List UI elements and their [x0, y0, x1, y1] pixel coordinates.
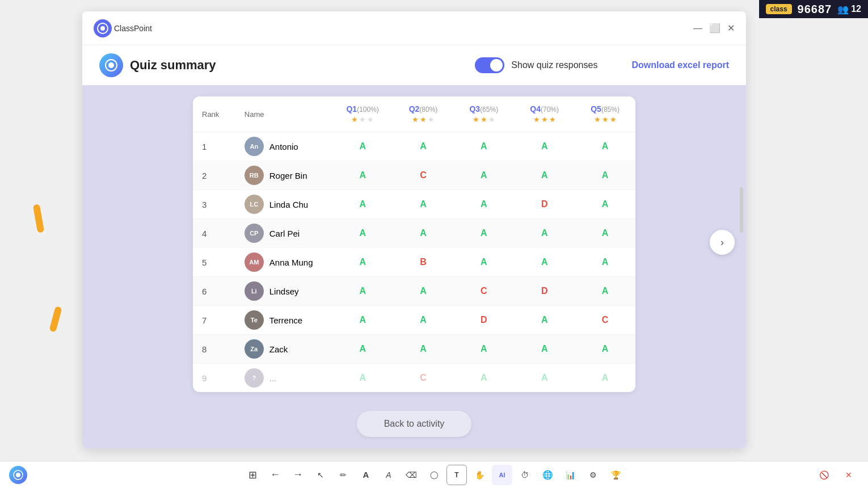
class-label: class [766, 4, 792, 14]
text-tool-a-icon[interactable]: A [356, 465, 376, 485]
window-controls: — ⬜ ✕ [693, 23, 735, 33]
answer-cell-q1: A [332, 132, 393, 161]
settings-icon[interactable]: ⚙ [583, 465, 603, 485]
table-row: 8 Za Zack AAAAA [193, 335, 635, 364]
back-nav-icon[interactable]: ← [265, 465, 285, 485]
name-cell: AM Anna Mung [235, 248, 332, 277]
answer-cell-q1: A [332, 161, 393, 190]
answer-cell-q3: A [453, 190, 514, 219]
scrollbar-track[interactable] [739, 187, 744, 399]
answer-cell-q4: A [514, 132, 575, 161]
avatar: Za [245, 339, 264, 359]
name-cell: Za Zack [235, 335, 332, 364]
exit-icon[interactable]: ✕ [838, 465, 859, 485]
answer-cell-q3: A [453, 248, 514, 277]
rank-cell: 6 [193, 277, 235, 306]
app-name: ClassPoint [114, 24, 152, 33]
avatar: AM [245, 253, 264, 272]
hand-tool-icon[interactable]: ✋ [469, 465, 490, 485]
shape-icon[interactable]: ◯ [424, 465, 444, 485]
table-row: 9 ? ... ACAAA [193, 364, 635, 393]
answer-cell-q4: A [514, 306, 575, 335]
answer-cell-q4: A [514, 248, 575, 277]
name-cell: ? ... [235, 364, 332, 393]
annotation-toggle-icon[interactable]: 🚫 [814, 465, 834, 485]
answer-cell-q5: A [575, 364, 635, 393]
answer-cell-q5: C [575, 306, 635, 335]
answer-cell-q4: D [514, 190, 575, 219]
table-row: 5 AM Anna Mung ABAAA [193, 248, 635, 277]
web-browser-icon[interactable]: 🌐 [537, 465, 558, 485]
table-row: 7 Te Terrence AADAC [193, 306, 635, 335]
restore-button[interactable]: ⬜ [709, 23, 720, 33]
top-bar: class 96687 👥 12 [759, 0, 868, 18]
results-table-container: Rank Name Q1(100%) ★★★ Q2(80%) [193, 96, 635, 392]
answer-cell-q5: A [575, 277, 635, 306]
ai-tool-icon[interactable]: AI [492, 465, 512, 485]
eraser-icon[interactable]: ⌫ [401, 465, 422, 485]
answer-cell-q2: A [393, 132, 454, 161]
col-q3: Q3(65%) ★★★ [453, 96, 514, 132]
students-icon: 👥 [837, 4, 849, 15]
toolbar-right-section: 🚫 ✕ [814, 465, 859, 485]
answer-cell-q4: A [514, 219, 575, 248]
answer-cell-q2: A [393, 190, 454, 219]
rank-cell: 9 [193, 364, 235, 393]
pen-tool-icon[interactable]: ✏ [333, 465, 353, 485]
col-rank: Rank [193, 96, 235, 132]
scrollbar-thumb[interactable] [740, 187, 743, 233]
answer-cell-q4: A [514, 335, 575, 364]
answer-cell-q2: A [393, 277, 454, 306]
back-to-activity-button[interactable]: Back to activity [357, 411, 472, 437]
col-q5: Q5(85%) ★★★ [575, 96, 635, 132]
show-responses-toggle[interactable] [475, 57, 504, 73]
forward-nav-icon[interactable]: → [288, 465, 308, 485]
answer-cell-q1: A [332, 335, 393, 364]
bottom-bar: Back to activity [82, 399, 746, 448]
answer-cell-q2: C [393, 161, 454, 190]
table-row: 4 CP Carl Pei AAAAA [193, 219, 635, 248]
col-name: Name [235, 96, 332, 132]
avatar: Li [245, 281, 264, 301]
answer-cell-q2: A [393, 306, 454, 335]
close-button[interactable]: ✕ [727, 23, 735, 33]
text-box-icon[interactable]: T [446, 465, 467, 485]
quiz-summary-window: ClassPoint — ⬜ ✕ Quiz summary Show quiz … [82, 11, 746, 448]
col-q2: Q2(80%) ★★★ [393, 96, 454, 132]
avatar: RB [245, 166, 264, 185]
answer-cell-q4: D [514, 277, 575, 306]
avatar: Te [245, 310, 264, 330]
answer-cell-q1: A [332, 306, 393, 335]
table-row: 1 An Antonio AAAAA [193, 132, 635, 161]
answer-cell-q2: A [393, 219, 454, 248]
answer-cell-q5: A [575, 190, 635, 219]
rank-cell: 3 [193, 190, 235, 219]
results-table: Rank Name Q1(100%) ★★★ Q2(80%) [193, 96, 635, 392]
minimize-button[interactable]: — [693, 23, 702, 33]
timer-icon[interactable]: ⏱ [515, 465, 535, 485]
answer-cell-q1: A [332, 277, 393, 306]
answer-cell-q1: A [332, 248, 393, 277]
svg-point-1 [100, 26, 105, 31]
table-row: 3 LC Linda Chu AAADA [193, 190, 635, 219]
svg-point-3 [108, 62, 114, 68]
svg-point-5 [16, 473, 20, 477]
rank-cell: 4 [193, 219, 235, 248]
cursor-icon[interactable]: ↖ [310, 465, 331, 485]
content-area: Rank Name Q1(100%) ★★★ Q2(80%) [82, 85, 746, 399]
bar-chart-icon[interactable]: 📊 [560, 465, 580, 485]
rank-cell: 8 [193, 335, 235, 364]
header: Quiz summary Show quiz responses Downloa… [82, 45, 746, 85]
answer-cell-q5: A [575, 248, 635, 277]
text-tool-b-icon[interactable]: A [378, 465, 399, 485]
grid-icon[interactable]: ⊞ [242, 465, 263, 485]
toggle-section: Show quiz responses [475, 57, 597, 73]
quiz-summary-icon [99, 53, 123, 77]
quiz-title: Quiz summary [130, 58, 216, 73]
scroll-right-button[interactable]: › [710, 230, 735, 255]
download-excel-link[interactable]: Download excel report [631, 60, 729, 70]
title-bar: ClassPoint — ⬜ ✕ [82, 11, 746, 45]
answer-cell-q2: C [393, 364, 454, 393]
trophy-icon[interactable]: 🏆 [605, 465, 626, 485]
avatar: ? [245, 368, 264, 388]
